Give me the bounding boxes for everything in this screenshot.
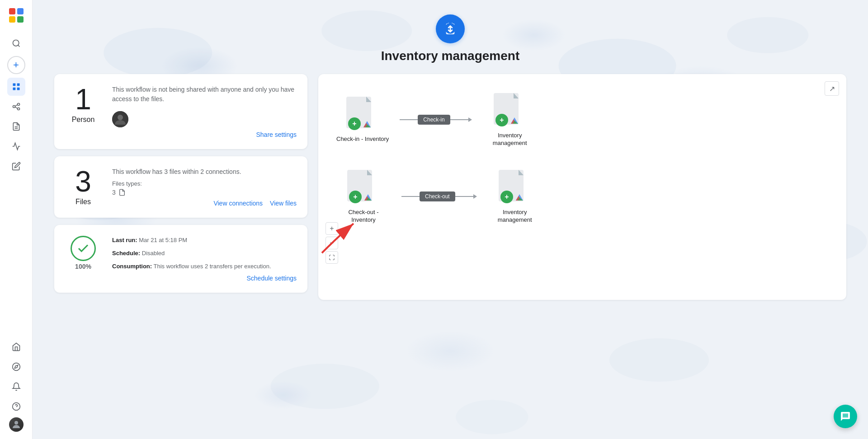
notifications-button[interactable] xyxy=(7,378,25,396)
files-description: This workflow has 3 files within 2 conne… xyxy=(112,167,297,177)
sharing-description: This workflow is not being shared with a… xyxy=(112,85,297,104)
person-label: Person xyxy=(72,116,95,124)
compass-button[interactable] xyxy=(7,358,25,376)
svg-rect-3 xyxy=(17,16,24,23)
doc-svg: + xyxy=(344,96,377,133)
file-count-row: 3 xyxy=(112,189,297,196)
workflow-panel: ↗ + xyxy=(318,74,846,300)
svg-point-21 xyxy=(104,28,212,78)
svg-point-10 xyxy=(17,103,19,106)
view-connections-link[interactable]: View connections xyxy=(213,200,263,207)
status-stat: 100% xyxy=(65,236,101,270)
checkout-arrow-label: Check-out xyxy=(420,191,455,201)
home-button[interactable] xyxy=(7,338,25,356)
person-count: 1 xyxy=(75,85,91,114)
file-icon xyxy=(118,189,126,196)
svg-text:+: + xyxy=(352,120,356,127)
app-logo[interactable] xyxy=(8,7,24,25)
last-run-row: Last run: Mar 21 at 5:18 PM xyxy=(112,236,297,245)
files-label: Files xyxy=(75,198,91,206)
analytics-button[interactable] xyxy=(7,137,25,155)
svg-point-28 xyxy=(609,338,709,382)
schedule-settings-link[interactable]: Schedule settings xyxy=(246,275,297,282)
file-count-number: 3 xyxy=(112,189,116,196)
svg-point-24 xyxy=(727,17,808,53)
page-header: Inventory management xyxy=(381,0,520,63)
search-button[interactable] xyxy=(7,34,25,52)
checkout-target-svg: + xyxy=(497,169,529,206)
page-title: Inventory management xyxy=(381,49,520,63)
checkin-source-node: + Check-in - Inventory xyxy=(336,96,389,143)
zoom-fit-button[interactable] xyxy=(326,251,338,264)
checkout-arrow-line-right xyxy=(455,196,473,197)
svg-line-13 xyxy=(15,107,17,108)
svg-rect-7 xyxy=(13,88,15,90)
add-button[interactable]: + xyxy=(7,56,25,74)
avatar-image xyxy=(9,417,24,432)
status-info: Last run: Mar 21 at 5:18 PM Schedule: Di… xyxy=(112,236,297,282)
target-doc-svg: + xyxy=(492,92,524,129)
checkout-arrow-head xyxy=(473,194,477,199)
content-area: 1 Person This workflow is not being shar… xyxy=(43,74,857,300)
chat-icon xyxy=(840,411,851,422)
svg-text:+: + xyxy=(500,116,504,124)
consumption-row: Consumption: This workflow uses 2 transf… xyxy=(112,262,297,271)
workflow-checkout-row: + Check-out - Inventory xyxy=(336,169,828,224)
svg-rect-2 xyxy=(9,16,15,23)
svg-point-20 xyxy=(14,421,18,425)
share-settings-link[interactable]: Share settings xyxy=(256,131,297,138)
file-types-label: Files types: xyxy=(112,180,297,187)
left-panel: 1 Person This workflow is not being shar… xyxy=(54,74,307,300)
checkout-source-svg: + xyxy=(345,169,378,206)
schedule-row: Schedule: Disabled xyxy=(112,249,297,258)
svg-point-29 xyxy=(456,400,528,434)
files-card: 3 Files This workflow has 3 files within… xyxy=(54,156,307,218)
workflow-area: + Check-in - Inventory xyxy=(318,74,846,300)
checkout-target-label: Inventory management xyxy=(488,209,542,224)
files-links: View connections View files xyxy=(112,200,297,207)
svg-marker-17 xyxy=(14,365,18,368)
svg-point-11 xyxy=(17,108,19,110)
svg-point-27 xyxy=(271,364,379,409)
svg-point-4 xyxy=(13,40,19,46)
svg-rect-5 xyxy=(13,84,15,86)
connections-button[interactable] xyxy=(7,98,25,116)
page-icon xyxy=(436,14,465,43)
files-info: This workflow has 3 files within 2 conne… xyxy=(112,167,297,207)
expand-button[interactable]: ↗ xyxy=(825,81,839,96)
chat-button[interactable] xyxy=(834,405,857,428)
checkout-source-node: + Check-out - Inventory xyxy=(336,169,391,224)
arrow-line-left xyxy=(400,119,418,120)
zoom-in-button[interactable]: + xyxy=(326,222,338,235)
checkout-arrow-line-left xyxy=(401,196,420,197)
sidebar: + xyxy=(0,0,33,439)
status-card: 100% Last run: Mar 21 at 5:18 PM Schedul… xyxy=(54,225,307,293)
checkin-arrow-label: Check-in xyxy=(418,115,450,125)
svg-rect-0 xyxy=(9,8,15,14)
checkin-target-icon: + xyxy=(492,92,528,128)
view-files-link[interactable]: View files xyxy=(270,200,297,207)
notes-button[interactable] xyxy=(7,157,25,175)
sharing-card: 1 Person This workflow is not being shar… xyxy=(54,74,307,149)
checkout-arrow: Check-out xyxy=(401,191,477,201)
user-avatar[interactable] xyxy=(9,417,24,432)
svg-point-9 xyxy=(13,106,15,108)
percent-label: 100% xyxy=(75,263,91,270)
checkin-source-icon: + xyxy=(344,96,381,132)
arrow-line-right xyxy=(450,119,468,120)
sharing-stat: 1 Person xyxy=(65,85,101,124)
checkout-target-node: + Inventory management xyxy=(488,169,542,224)
help-button[interactable] xyxy=(7,397,25,416)
svg-text:+: + xyxy=(353,193,357,201)
zoom-out-button[interactable]: − xyxy=(326,237,338,249)
svg-rect-8 xyxy=(17,88,19,90)
sharing-info: This workflow is not being shared with a… xyxy=(112,85,297,138)
svg-point-16 xyxy=(12,363,20,371)
checkin-target-label: Inventory management xyxy=(483,132,537,147)
documents-button[interactable] xyxy=(7,117,25,135)
svg-line-12 xyxy=(15,105,17,106)
checkout-target-icon: + xyxy=(497,169,533,205)
svg-point-34 xyxy=(118,115,123,120)
dashboard-button[interactable] xyxy=(7,78,25,96)
check-circle xyxy=(71,236,96,261)
